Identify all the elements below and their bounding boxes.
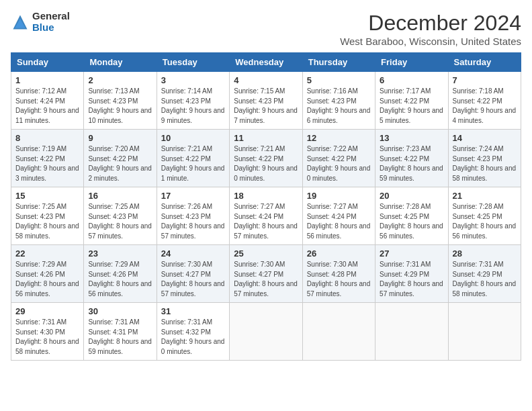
calendar-cell: 13Sunrise: 7:23 AMSunset: 4:22 PMDayligh… [375,130,448,187]
day-info: Sunrise: 7:28 AMSunset: 4:25 PMDaylight:… [453,203,517,240]
day-info: Sunrise: 7:29 AMSunset: 4:26 PMDaylight:… [88,261,152,298]
day-number: 14 [453,133,517,143]
calendar-cell: 16Sunrise: 7:25 AMSunset: 4:23 PMDayligh… [84,187,157,245]
calendar-week-3: 15Sunrise: 7:25 AMSunset: 4:23 PMDayligh… [11,187,521,245]
col-header-sunday: Sunday [11,53,84,72]
day-number: 10 [161,133,225,143]
day-info: Sunrise: 7:27 AMSunset: 4:24 PMDaylight:… [307,203,371,240]
day-info: Sunrise: 7:29 AMSunset: 4:26 PMDaylight:… [15,261,79,298]
day-info: Sunrise: 7:23 AMSunset: 4:22 PMDaylight:… [380,145,443,182]
col-header-friday: Friday [375,53,448,72]
calendar-header-row: SundayMondayTuesdayWednesdayThursdayFrid… [11,53,521,72]
day-info: Sunrise: 7:31 AMSunset: 4:32 PMDaylight:… [161,318,225,355]
day-number: 19 [307,191,371,201]
day-number: 16 [88,191,152,201]
day-number: 21 [453,191,517,201]
day-info: Sunrise: 7:15 AMSunset: 4:23 PMDaylight:… [234,87,298,124]
day-number: 31 [161,306,225,316]
day-info: Sunrise: 7:18 AMSunset: 4:22 PMDaylight:… [453,87,517,124]
calendar-cell: 20Sunrise: 7:28 AMSunset: 4:25 PMDayligh… [375,187,448,245]
day-number: 4 [234,75,298,85]
calendar-week-2: 8Sunrise: 7:19 AMSunset: 4:22 PMDaylight… [11,130,521,187]
day-info: Sunrise: 7:14 AMSunset: 4:23 PMDaylight:… [161,87,225,124]
day-number: 9 [88,133,152,143]
calendar-cell: 5Sunrise: 7:16 AMSunset: 4:23 PMDaylight… [302,72,375,130]
day-number: 29 [15,306,79,316]
calendar-week-1: 1Sunrise: 7:12 AMSunset: 4:24 PMDaylight… [11,72,521,130]
col-header-tuesday: Tuesday [157,53,229,72]
col-header-monday: Monday [84,53,157,72]
day-number: 28 [453,248,517,259]
day-number: 27 [380,248,443,259]
day-info: Sunrise: 7:22 AMSunset: 4:22 PMDaylight:… [307,145,371,182]
calendar-cell: 8Sunrise: 7:19 AMSunset: 4:22 PMDaylight… [11,130,84,187]
page-header: General Blue December 2024 West Baraboo,… [11,11,521,47]
calendar-cell: 22Sunrise: 7:29 AMSunset: 4:26 PMDayligh… [11,245,84,303]
col-header-saturday: Saturday [448,53,521,72]
calendar-cell: 9Sunrise: 7:20 AMSunset: 4:22 PMDaylight… [84,130,157,187]
calendar-cell [302,303,375,361]
calendar-cell: 11Sunrise: 7:21 AMSunset: 4:22 PMDayligh… [230,130,302,187]
day-number: 1 [15,75,79,85]
day-info: Sunrise: 7:19 AMSunset: 4:22 PMDaylight:… [15,145,79,182]
day-info: Sunrise: 7:12 AMSunset: 4:24 PMDaylight:… [15,87,79,124]
calendar-cell: 1Sunrise: 7:12 AMSunset: 4:24 PMDaylight… [11,72,84,130]
day-number: 18 [234,191,298,201]
calendar-cell: 25Sunrise: 7:30 AMSunset: 4:27 PMDayligh… [230,245,302,303]
day-info: Sunrise: 7:17 AMSunset: 4:22 PMDaylight:… [380,87,443,124]
calendar-cell: 23Sunrise: 7:29 AMSunset: 4:26 PMDayligh… [84,245,157,303]
calendar-cell: 17Sunrise: 7:26 AMSunset: 4:23 PMDayligh… [157,187,229,245]
day-info: Sunrise: 7:21 AMSunset: 4:22 PMDaylight:… [234,145,298,182]
day-info: Sunrise: 7:31 AMSunset: 4:29 PMDaylight:… [380,261,443,298]
day-info: Sunrise: 7:13 AMSunset: 4:23 PMDaylight:… [88,87,152,124]
day-number: 2 [88,75,152,85]
day-number: 13 [380,133,443,143]
title-area: December 2024 West Baraboo, Wisconsin, U… [340,11,521,47]
logo-blue: Blue [32,22,70,34]
day-number: 30 [88,306,152,316]
day-info: Sunrise: 7:31 AMSunset: 4:30 PMDaylight:… [15,318,79,355]
calendar-table: SundayMondayTuesdayWednesdayThursdayFrid… [11,52,521,361]
day-info: Sunrise: 7:31 AMSunset: 4:31 PMDaylight:… [88,318,152,355]
calendar-cell [448,303,521,361]
day-info: Sunrise: 7:26 AMSunset: 4:23 PMDaylight:… [161,203,225,240]
calendar-cell: 4Sunrise: 7:15 AMSunset: 4:23 PMDaylight… [230,72,302,130]
day-info: Sunrise: 7:20 AMSunset: 4:22 PMDaylight:… [88,145,152,182]
day-number: 26 [307,248,371,259]
day-number: 23 [88,248,152,259]
calendar-cell: 18Sunrise: 7:27 AMSunset: 4:24 PMDayligh… [230,187,302,245]
calendar-cell: 19Sunrise: 7:27 AMSunset: 4:24 PMDayligh… [302,187,375,245]
calendar-cell: 14Sunrise: 7:24 AMSunset: 4:23 PMDayligh… [448,130,521,187]
calendar-cell [375,303,448,361]
day-info: Sunrise: 7:27 AMSunset: 4:24 PMDaylight:… [234,203,298,240]
calendar-cell: 10Sunrise: 7:21 AMSunset: 4:22 PMDayligh… [157,130,229,187]
calendar-cell: 3Sunrise: 7:14 AMSunset: 4:23 PMDaylight… [157,72,229,130]
day-number: 6 [380,75,443,85]
logo-icon [11,13,30,32]
day-info: Sunrise: 7:24 AMSunset: 4:23 PMDaylight:… [453,145,517,182]
day-info: Sunrise: 7:16 AMSunset: 4:23 PMDaylight:… [307,87,371,124]
calendar-week-5: 29Sunrise: 7:31 AMSunset: 4:30 PMDayligh… [11,303,521,361]
calendar-cell: 7Sunrise: 7:18 AMSunset: 4:22 PMDaylight… [448,72,521,130]
month-title: December 2024 [340,11,521,36]
day-number: 8 [15,133,79,143]
logo-general: General [32,11,70,22]
calendar-cell: 27Sunrise: 7:31 AMSunset: 4:29 PMDayligh… [375,245,448,303]
calendar-week-4: 22Sunrise: 7:29 AMSunset: 4:26 PMDayligh… [11,245,521,303]
logo: General Blue [11,11,70,33]
day-number: 3 [161,75,225,85]
day-number: 25 [234,248,298,259]
day-info: Sunrise: 7:25 AMSunset: 4:23 PMDaylight:… [88,203,152,240]
day-number: 7 [453,75,517,85]
day-number: 11 [234,133,298,143]
calendar-cell: 31Sunrise: 7:31 AMSunset: 4:32 PMDayligh… [157,303,229,361]
day-info: Sunrise: 7:31 AMSunset: 4:29 PMDaylight:… [453,261,517,298]
day-info: Sunrise: 7:30 AMSunset: 4:27 PMDaylight:… [161,261,225,298]
day-info: Sunrise: 7:25 AMSunset: 4:23 PMDaylight:… [15,203,79,240]
calendar-cell: 26Sunrise: 7:30 AMSunset: 4:28 PMDayligh… [302,245,375,303]
calendar-cell: 15Sunrise: 7:25 AMSunset: 4:23 PMDayligh… [11,187,84,245]
day-info: Sunrise: 7:30 AMSunset: 4:27 PMDaylight:… [234,261,298,298]
calendar-cell: 12Sunrise: 7:22 AMSunset: 4:22 PMDayligh… [302,130,375,187]
calendar-cell: 28Sunrise: 7:31 AMSunset: 4:29 PMDayligh… [448,245,521,303]
day-number: 15 [15,191,79,201]
